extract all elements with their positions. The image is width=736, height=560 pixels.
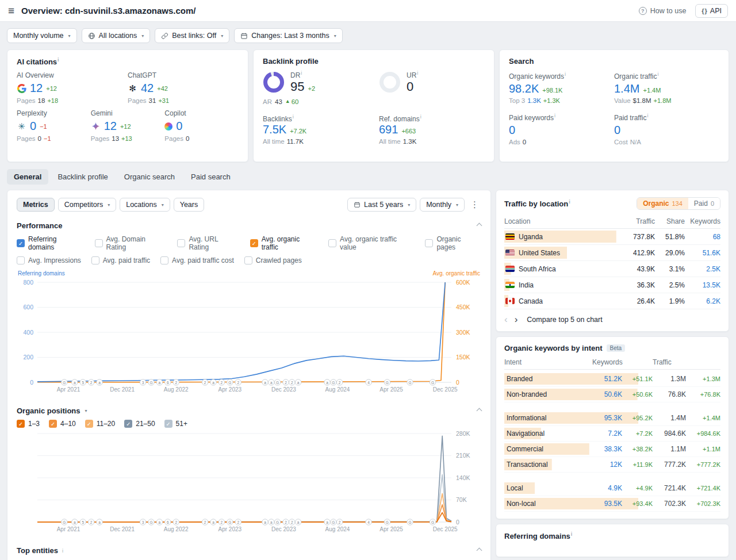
metric-checkbox-avg-paid-traffic[interactable]: Avg. paid traffic [91,256,150,264]
organic-positions-chart[interactable]: 070K140K210K280KApr 2021Dec 2021Aug 2022… [17,428,482,537]
intent-keywords-link[interactable]: 4.9K [592,484,622,492]
intent-row-transactional[interactable]: Transactional12K+11.9K777.2K+777.2K [504,457,720,473]
metric-checkbox-crawled-pages[interactable]: Crawled pages [244,256,302,264]
backlinks-value[interactable]: 7.5K [263,123,286,136]
location-share: 29.0% [655,249,685,257]
intent-keywords-link[interactable]: 38.3K [592,445,622,453]
position-checkbox-51[interactable]: ✓51+ [164,420,187,428]
collapse-icon[interactable] [477,408,482,414]
location-keywords-link[interactable]: 13.5K [685,281,720,289]
metric-checkbox-avg-url-rating[interactable]: Avg. URL Rating [177,235,239,251]
metric-checkbox-avg-paid-traffic-cost[interactable]: Avg. paid traffic cost [160,256,234,264]
position-checkbox-4-10[interactable]: ✓4–10 [49,420,76,428]
tab-general[interactable]: General [7,169,48,185]
more-options-button[interactable]: ⋮ [468,197,481,212]
intent-label: Non-branded [504,390,592,398]
paid-traffic-value[interactable]: 0 [614,124,620,137]
position-checkbox-1-3[interactable]: ✓1–3 [17,420,40,428]
intent-traffic-change: +777.2K [686,461,720,468]
best-links-dropdown[interactable]: Best links: Off ▾ [155,28,229,43]
intent-keywords-link[interactable]: 51.2K [592,375,622,383]
location-keywords-link[interactable]: 51.6K [685,249,720,257]
svg-text:a: a [264,381,266,385]
paid-keywords-value[interactable]: 0 [509,124,515,137]
paid-toggle-label: Paid [694,200,708,208]
intent-row-local[interactable]: Local4.9K+4.9K721.4K+721.4K [504,481,720,496]
position-checkbox-21-50[interactable]: ✓21–50 [124,420,155,428]
intent-keywords-link[interactable]: 93.5K [592,500,622,508]
intent-row-navigational[interactable]: Navigational7.2K+7.2K984.6K+984.6K [504,426,720,442]
metric-checkbox-referring-domains[interactable]: ✓Referring domains [17,235,85,251]
checkbox-label: Avg. Domain Rating [106,235,167,251]
location-row-south-africa[interactable]: South Africa43.9K3.1%2.5K [504,261,720,277]
location-row-india[interactable]: India36.3K2.5%13.5K [504,277,720,293]
intent-keywords-link[interactable]: 7.2K [592,429,622,438]
location-row-uganda[interactable]: Uganda737.8K51.8%68 [504,229,720,245]
top3-value[interactable]: 1.3K [527,97,541,104]
location-keywords-link[interactable]: 2.5K [685,265,720,273]
next-page-icon[interactable]: › [515,314,518,324]
locations-dropdown[interactable]: All locations ▾ [82,28,151,43]
organic-keywords-value[interactable]: 98.2K [509,82,539,95]
citations-count[interactable]: 42 [141,82,154,95]
metric-checkbox-organic-pages[interactable]: Organic pages [425,235,481,251]
citations-count[interactable]: 0 [30,120,36,133]
intent-row-non-branded[interactable]: Non-branded50.6K+50.6K76.8K+76.8K [504,387,720,402]
changes-dropdown[interactable]: Changes: Last 3 months ▾ [234,28,343,43]
citations-count[interactable]: 12 [104,120,117,133]
citations-count[interactable]: 12 [30,82,43,95]
organic-traffic-value[interactable]: 1.4M [614,82,639,95]
position-checkbox-11-20[interactable]: ✓11–20 [85,420,115,428]
metric-checkbox-avg-impressions[interactable]: Avg. Impressions [17,256,81,264]
pages-line: Pages13+13 [91,135,165,142]
competitors-dropdown[interactable]: Competitors▾ [58,198,116,212]
intent-keywords-link[interactable]: 50.6K [592,390,622,398]
column-header-intent: Intent [504,358,592,366]
metric-checkbox-avg-organic-traffic[interactable]: ✓Avg. organic traffic [250,235,318,251]
metric-checkbox-avg-domain-rating[interactable]: Avg. Domain Rating [95,235,167,251]
intent-row-commercial[interactable]: Commercial38.3K+38.2K1.1M+1.1M [504,442,720,457]
location-row-united-states[interactable]: United States412.9K29.0%51.6K [504,245,720,261]
intent-keywords-link[interactable]: 95.3K [592,414,622,422]
location-row-canada[interactable]: Canada26.4K1.9%6.2K [504,293,720,309]
intent-traffic: 1.3M [653,375,686,383]
organic-toggle[interactable]: Organic 134 [637,198,688,209]
collapse-icon[interactable] [477,223,482,229]
menu-icon[interactable]: ≡ [8,5,14,16]
intent-row-non-local[interactable]: Non-local93.5K+93.4K702.3K+702.3K [504,496,720,512]
prev-page-icon[interactable]: ‹ [504,314,508,324]
checkbox-label: Avg. paid traffic [103,256,150,264]
monthly-volume-dropdown[interactable]: Monthly volume ▾ [7,28,77,43]
intent-row-informational[interactable]: Informational95.3K+95.2K1.4M+1.4M [504,411,720,426]
tab-backlink-profile[interactable]: Backlink profile [51,169,114,185]
location-share: 1.9% [655,297,685,305]
granularity-dropdown[interactable]: Monthly▾ [420,198,465,212]
metric-checkbox-avg-organic-traffic-value[interactable]: Avg. organic traffic value [328,235,415,251]
ai-citation-gemini: Gemini12+12Pages13+13 [91,109,165,142]
paid-toggle[interactable]: Paid 0 [688,198,720,209]
ref-domains-value[interactable]: 691 [379,123,398,136]
locations-filter-dropdown[interactable]: Locations▾ [120,198,170,212]
compare-top5-link[interactable]: Compare top 5 on chart [527,316,602,324]
location-keywords-link[interactable]: 6.2K [685,297,720,305]
ads-label: Ads [509,139,520,145]
date-range-dropdown[interactable]: Last 5 years▾ [347,198,416,212]
svg-text:G: G [431,520,434,524]
performance-chart[interactable]: 00200150K400300K600450K800600KApr 2021De… [17,277,482,397]
collapse-icon[interactable] [477,548,482,554]
intent-keywords-change: +93.4K [622,500,653,507]
svg-text:Apr 2025: Apr 2025 [379,526,403,532]
metrics-button[interactable]: Metrics [17,198,55,212]
tab-paid-search[interactable]: Paid search [184,169,237,185]
location-keywords-link[interactable]: 68 [685,233,720,241]
citations-count[interactable]: 0 [176,120,182,133]
tab-organic-search[interactable]: Organic search [117,169,182,185]
intent-row-branded[interactable]: Branded51.2K+51.1K1.3M+1.3M [504,371,720,387]
years-button[interactable]: Years [174,198,205,212]
how-to-use-link[interactable]: ? How to use [639,7,687,15]
checkbox-label: Crawled pages [256,256,302,264]
api-button[interactable]: { } API [695,4,728,18]
info-icon: i [647,113,648,118]
chevron-down-icon[interactable]: ▾ [85,408,87,413]
intent-keywords-link[interactable]: 12K [592,461,622,469]
